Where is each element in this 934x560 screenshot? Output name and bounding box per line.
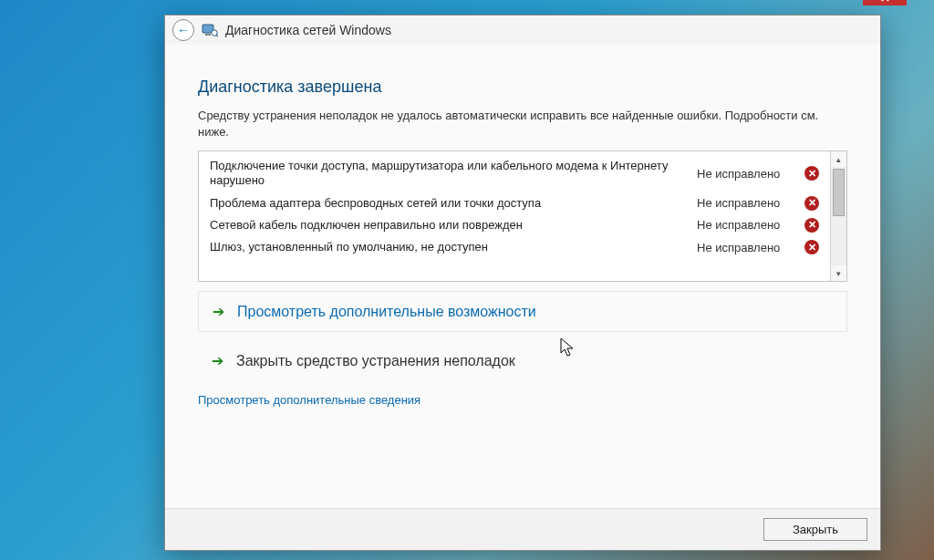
svg-rect-1 [205,34,211,36]
dialog-footer: Закрыть [165,508,880,550]
issue-row[interactable]: Проблема адаптера беспроводных сетей или… [199,192,830,214]
scroll-up-button[interactable]: ▴ [831,151,846,167]
troubleshooter-window: ← Диагностика сетей Windows Диагностика … [164,15,881,551]
issue-description: Подключение точки доступа, маршрутизатор… [210,159,690,189]
scrollbar[interactable]: ▴ ▾ [830,151,846,281]
view-details-link[interactable]: Просмотреть дополнительные сведения [198,393,847,407]
issue-description: Шлюз, установленный по умолчанию, не дос… [210,240,690,254]
page-subtext: Средству устранения неполадок не удалось… [198,108,847,140]
option-label: Просмотреть дополнительные возможности [237,304,536,320]
option-label: Закрыть средство устранения неполадок [236,353,515,369]
button-label: Закрыть [793,523,838,536]
page-heading: Диагностика завершена [198,78,847,97]
app-icon [202,22,218,38]
view-more-options[interactable]: ➔ Просмотреть дополнительные возможности [198,291,847,332]
titlebar: ← Диагностика сетей Windows [165,16,880,45]
error-icon: ✕ [804,166,819,181]
window-title: Диагностика сетей Windows [225,23,391,37]
issue-status: Не исправлено [697,167,797,181]
issue-status: Не исправлено [697,241,797,254]
issue-status: Не исправлено [697,218,797,232]
issues-list: Подключение точки доступа, маршрутизатор… [198,150,847,282]
chevron-up-icon: ▴ [836,155,841,164]
close-button[interactable]: Закрыть [763,518,867,541]
scroll-thumb[interactable] [833,169,845,216]
svg-line-3 [216,35,218,36]
issue-description: Проблема адаптера беспроводных сетей или… [210,196,690,211]
issue-row[interactable]: Сетевой кабель подключен неправильно или… [199,214,830,236]
issue-row[interactable]: Шлюз, установленный по умолчанию, не дос… [199,236,830,258]
scroll-track[interactable] [831,167,846,265]
chevron-down-icon: ▾ [836,269,841,278]
content-area: Диагностика завершена Средству устранени… [165,45,880,508]
back-arrow-icon: ← [177,23,190,37]
arrow-right-icon: ➔ [209,352,225,369]
issue-status: Не исправлено [697,196,797,210]
close-troubleshooter-option[interactable]: ➔ Закрыть средство устранения неполадок [198,341,847,380]
close-icon: ✕ [880,0,890,5]
error-icon: ✕ [804,196,819,211]
error-icon: ✕ [804,240,819,254]
scroll-down-button[interactable]: ▾ [831,265,846,281]
desktop-background: ✕ ← Диагностика сетей Windows Диагностик… [0,0,934,560]
error-icon: ✕ [804,218,819,233]
link-label: Просмотреть дополнительные сведения [198,393,420,407]
issue-row[interactable]: Подключение точки доступа, маршрутизатор… [199,155,830,192]
window-close-button[interactable]: ✕ [863,0,907,5]
back-button[interactable]: ← [172,19,194,41]
arrow-right-icon: ➔ [210,303,226,320]
issue-description: Сетевой кабель подключен неправильно или… [210,218,690,233]
issues-scroll-area: Подключение точки доступа, маршрутизатор… [199,151,830,281]
